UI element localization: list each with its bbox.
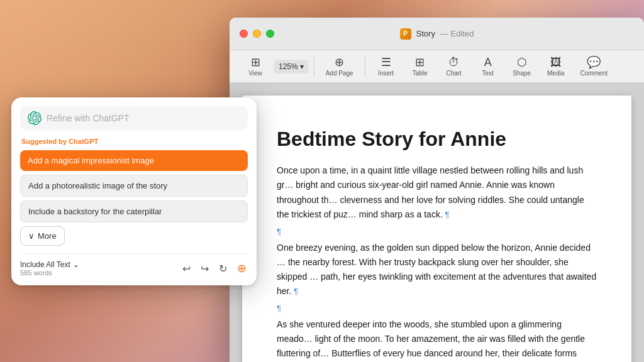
chart-label: Chart [446,70,461,77]
shape-icon: ⬡ [517,57,527,68]
suggestion-1-button[interactable]: Add a magical impressionist image [20,150,248,171]
refresh-button[interactable]: ↻ [218,261,228,276]
empty-paragraph-1: ¶ [277,227,597,241]
pages-app-icon: P [400,28,411,40]
include-text-label: Include All Text [20,260,70,269]
document-paragraph-3: As she ventured deeper into the woods, s… [277,317,597,362]
chatgpt-input-placeholder: Refine with ChatGPT [47,113,240,123]
close-button[interactable] [240,30,248,38]
more-label: More [38,231,57,241]
zoom-control[interactable]: 125% ▾ [274,60,309,74]
traffic-lights [240,30,274,38]
view-icon: ⊞ [251,57,260,68]
add-page-icon: ⊕ [335,57,344,68]
document-page: Bedtime Story for Annie Once upon a time… [242,96,631,362]
zoom-value: 125% [279,62,298,71]
suggestion-3-button[interactable]: Include a backstory for the caterpillar [20,200,248,222]
chevron-down-icon: ∨ [28,231,35,241]
toolbar-add-page[interactable]: ⊕ Add Page [319,54,360,79]
add-button[interactable]: ⊕ [236,260,248,277]
chatgpt-logo-icon [28,111,42,125]
toolbar-comment[interactable]: 💬 Comment [574,54,614,79]
document-area: Bedtime Story for Annie Once upon a time… [230,83,644,362]
chevron-icon: ⌄ [73,260,79,269]
suggestion-2-button[interactable]: Add a photorealistic image of the story [20,175,248,197]
chart-icon: ⏱ [448,57,460,68]
toolbar-table[interactable]: ⊞ Table [404,54,436,79]
window-title-area: P Story — Edited [400,28,474,40]
footer-left: Include All Text ⌄ 585 words [20,260,79,277]
empty-paragraph-2: ¶ [277,304,597,317]
shape-label: Shape [513,70,531,77]
text-icon: A [484,57,492,68]
comment-icon: 💬 [587,57,601,68]
toolbar-view[interactable]: ⊞ View [240,54,271,79]
text-label: Text [482,70,493,77]
toolbar: ⊞ View 125% ▾ ⊕ Add Page ☰ Insert ⊞ Tabl… [230,50,644,83]
toolbar-divider-2 [365,57,365,77]
media-icon: 🖼 [550,57,562,68]
media-label: Media [547,70,564,77]
document-title: Bedtime Story for Annie [277,127,597,151]
redo-button[interactable]: ↪ [199,261,210,276]
toolbar-text[interactable]: A Text [472,54,504,79]
toolbar-chart[interactable]: ⏱ Chart [438,54,470,79]
table-label: Table [413,70,428,77]
suggested-by-label: Suggested by ChatGPT [20,138,248,145]
insert-icon: ☰ [381,57,391,68]
paragraph-mark-1: ¶ [443,210,450,219]
zoom-chevron-icon: ▾ [300,62,304,71]
title-bar: P Story — Edited [230,18,644,50]
insert-label: Insert [378,70,394,77]
toolbar-insert[interactable]: ☰ Insert [370,54,402,79]
add-page-label: Add Page [326,70,353,77]
toolbar-shape[interactable]: ⬡ Shape [506,54,538,79]
table-icon: ⊞ [415,57,425,68]
document-paragraph-2: One breezy evening, as the golden sun di… [277,241,597,299]
toolbar-media[interactable]: 🖼 Media [540,54,572,79]
document-paragraph-1: Once upon a time, in a quaint little vil… [277,163,597,221]
minimize-button[interactable] [253,30,261,38]
comment-label: Comment [580,70,608,77]
paragraph-mark-2: ¶ [291,287,298,296]
toolbar-divider-1 [314,57,314,77]
undo-button[interactable]: ↩ [181,261,192,276]
footer-actions: ↩ ↪ ↻ ⊕ [181,260,248,277]
window-edited-label: — Edited [440,29,474,38]
view-label: View [248,70,262,77]
maximize-button[interactable] [266,30,274,38]
window-title: Story [416,29,435,38]
chatgpt-panel: Refine with ChatGPT Suggested by ChatGPT… [11,97,257,285]
more-suggestions-button[interactable]: ∨ More [20,226,65,246]
word-count-label: 585 words [20,269,79,277]
panel-footer: Include All Text ⌄ 585 words ↩ ↪ ↻ ⊕ [20,253,248,277]
include-all-text-button[interactable]: Include All Text ⌄ [20,260,79,269]
pages-window: P Story — Edited ⊞ View 125% ▾ ⊕ Add Pag… [230,18,644,362]
chatgpt-input-row[interactable]: Refine with ChatGPT [20,106,248,130]
